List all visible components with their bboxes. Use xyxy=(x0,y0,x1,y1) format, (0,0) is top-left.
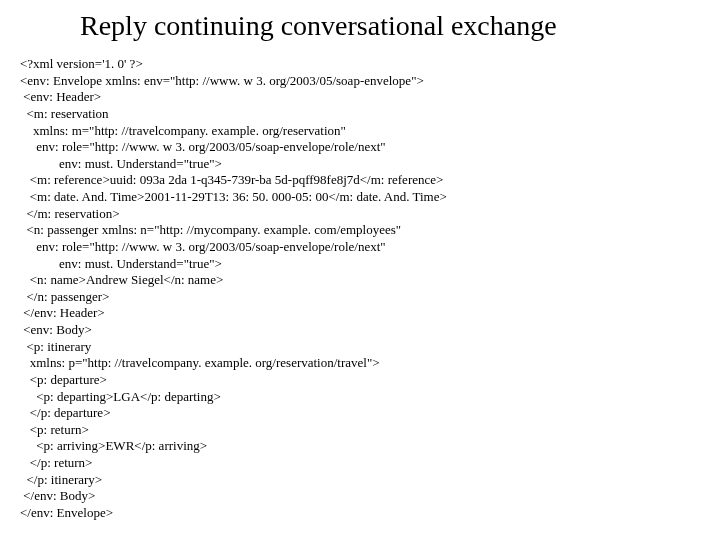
xml-code-block: <?xml version='1. 0' ?> <env: Envelope x… xyxy=(20,56,700,522)
slide: Reply continuing conversational exchange… xyxy=(0,0,720,540)
slide-title: Reply continuing conversational exchange xyxy=(80,10,700,42)
